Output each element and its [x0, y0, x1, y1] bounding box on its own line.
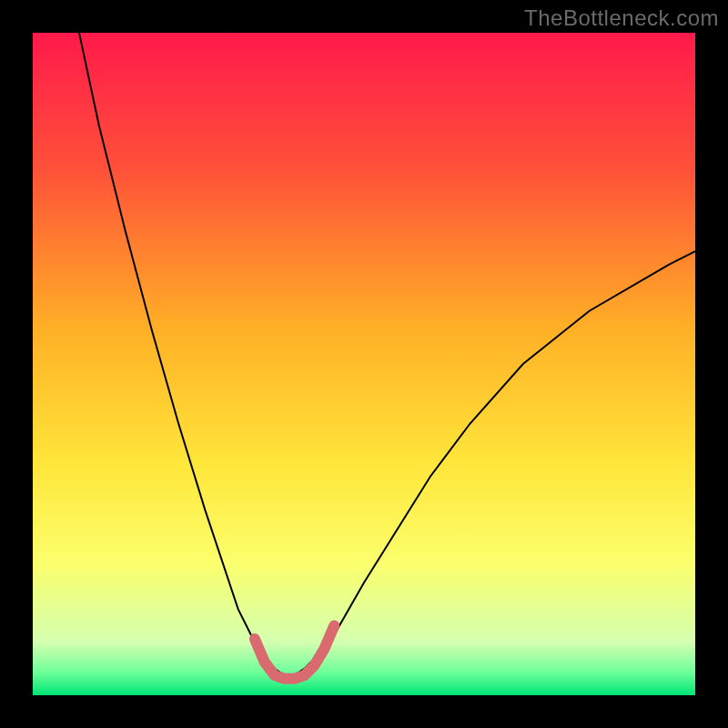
chart-svg: [33, 33, 695, 695]
plot-area: [33, 33, 695, 695]
gradient-background: [33, 33, 695, 695]
chart-frame: TheBottleneck.com: [0, 0, 728, 728]
watermark-text: TheBottleneck.com: [524, 5, 719, 31]
